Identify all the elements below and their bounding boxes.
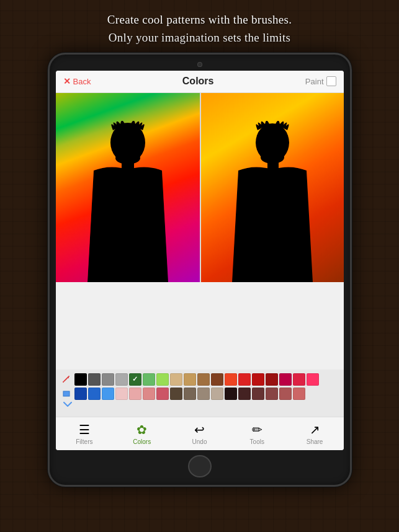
color-swatch-red[interactable] bbox=[238, 373, 251, 386]
share-label: Share bbox=[307, 438, 323, 445]
rectangle-tool[interactable] bbox=[61, 388, 72, 399]
artwork-top bbox=[56, 93, 344, 282]
color-swatch-medium-red[interactable] bbox=[266, 388, 278, 400]
eyedropper-tool[interactable] bbox=[61, 374, 72, 385]
color-swatch-light-pink[interactable] bbox=[129, 388, 141, 400]
undo-icon: ↩ bbox=[194, 422, 205, 437]
color-swatch-light-gray[interactable] bbox=[115, 373, 128, 386]
color-swatch-blue[interactable] bbox=[88, 388, 101, 400]
tools-icon: ✏ bbox=[252, 422, 262, 437]
bottom-toolbar: ☰ Filters ✿ Colors ↩ Undo ✏ Tools ↗ Shar… bbox=[56, 417, 344, 450]
tagline: Create cool patterns with the brushes. O… bbox=[107, 11, 292, 47]
toolbar-undo[interactable]: ↩ Undo bbox=[181, 422, 218, 445]
page-title: Colors bbox=[182, 76, 214, 87]
color-swatch-light-sepia[interactable] bbox=[197, 388, 210, 400]
color-swatch-dark-green[interactable] bbox=[129, 373, 141, 386]
paint-button[interactable]: Paint bbox=[305, 76, 336, 86]
palette-row-2 bbox=[61, 388, 339, 400]
color-swatch-dark-brown[interactable] bbox=[211, 373, 223, 386]
device-screen: ✕ Back Colors Paint bbox=[56, 71, 344, 450]
color-swatch-very-dark[interactable] bbox=[225, 388, 237, 400]
close-icon: ✕ bbox=[63, 76, 71, 86]
color-swatch-dark-maroon[interactable] bbox=[238, 388, 251, 400]
color-swatch-black[interactable] bbox=[74, 373, 87, 386]
color-swatch-rose[interactable] bbox=[293, 373, 305, 386]
color-swatch-maroon[interactable] bbox=[266, 373, 278, 386]
toolbar-share[interactable]: ↗ Share bbox=[296, 422, 333, 445]
artwork-right bbox=[200, 93, 344, 282]
paint-label: Paint bbox=[305, 77, 324, 86]
color-swatch-red-orange[interactable] bbox=[225, 373, 237, 386]
color-swatch-medium-green[interactable] bbox=[143, 373, 155, 386]
filters-label: Filters bbox=[76, 438, 92, 445]
color-swatch-dark-sepia[interactable] bbox=[170, 388, 182, 400]
color-swatch-pink-red[interactable] bbox=[307, 373, 319, 386]
color-swatch-tan[interactable] bbox=[170, 373, 182, 386]
colors-icon: ✿ bbox=[137, 422, 147, 437]
back-label: Back bbox=[73, 77, 91, 86]
color-swatch-salmon[interactable] bbox=[143, 388, 155, 400]
toolbar-tools[interactable]: ✏ Tools bbox=[238, 422, 276, 445]
color-swatch-sepia[interactable] bbox=[184, 388, 196, 400]
color-swatch-pale-pink[interactable] bbox=[115, 388, 128, 400]
home-button[interactable] bbox=[188, 455, 212, 478]
canvas-area[interactable] bbox=[56, 93, 344, 370]
toolbar-filters[interactable]: ☰ Filters bbox=[66, 422, 103, 445]
filters-icon: ☰ bbox=[79, 422, 90, 437]
color-swatch-light-brown[interactable] bbox=[184, 373, 196, 386]
color-swatch-navy[interactable] bbox=[74, 388, 87, 400]
palette-area bbox=[56, 370, 344, 417]
color-swatch-dark-gray[interactable] bbox=[88, 373, 101, 386]
tools-label: Tools bbox=[250, 438, 264, 445]
camera-dot bbox=[197, 62, 202, 67]
color-swatch-brown[interactable] bbox=[197, 373, 210, 386]
share-icon: ↗ bbox=[310, 422, 320, 437]
toolbar-colors[interactable]: ✿ Colors bbox=[123, 422, 161, 445]
color-swatch-gray[interactable] bbox=[102, 373, 114, 386]
color-swatch-dark-red[interactable] bbox=[252, 373, 264, 386]
back-button[interactable]: ✕ Back bbox=[63, 76, 91, 86]
nav-bar: ✕ Back Colors Paint bbox=[56, 71, 344, 93]
canvas-divider bbox=[200, 93, 200, 282]
color-swatch-light-blue[interactable] bbox=[102, 388, 114, 400]
undo-label: Undo bbox=[192, 438, 207, 445]
color-swatch-warm-gray[interactable] bbox=[211, 388, 223, 400]
paint-swatch bbox=[326, 76, 336, 86]
artwork-left bbox=[56, 93, 200, 282]
palette-row-1 bbox=[61, 373, 339, 386]
color-swatch-light-green[interactable] bbox=[156, 373, 169, 386]
color-swatch-maroon-2[interactable] bbox=[252, 388, 264, 400]
device-frame: ✕ Back Colors Paint bbox=[48, 53, 352, 487]
colors-label: Colors bbox=[133, 438, 151, 445]
svg-rect-37 bbox=[63, 391, 69, 396]
color-swatch-light-red[interactable] bbox=[293, 388, 305, 400]
color-swatch-rose-dark[interactable] bbox=[156, 388, 169, 400]
color-swatch-red-brown[interactable] bbox=[279, 388, 292, 400]
expand-palette[interactable] bbox=[61, 402, 339, 407]
color-swatch-crimson[interactable] bbox=[279, 373, 292, 386]
